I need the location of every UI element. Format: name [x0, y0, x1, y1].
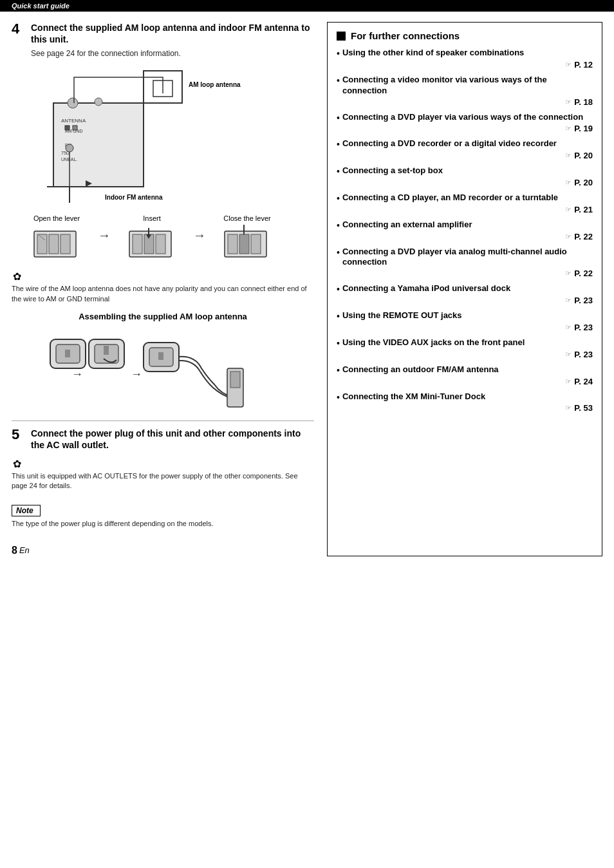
- top-bar-label: Quick start guide: [12, 2, 70, 10]
- list-bullet: •: [337, 220, 340, 231]
- ref-icon: ☞: [565, 232, 572, 241]
- list-bullet: •: [337, 48, 340, 59]
- lever-insert: Insert: [113, 214, 191, 265]
- ref-page-number: P. 20: [574, 178, 593, 187]
- ref-page-number: P. 22: [574, 269, 593, 278]
- svg-text:Indoor FM antenna: Indoor FM antenna: [105, 194, 163, 201]
- list-bullet: •: [337, 338, 340, 349]
- page-ref: ☞P. 22: [337, 269, 593, 278]
- list-item-text: Connecting a Yamaha iPod universal dock: [342, 283, 510, 294]
- svg-point-11: [66, 144, 73, 152]
- page-ref: ☞P. 23: [337, 296, 593, 305]
- tip4-icon: ✿: [13, 270, 314, 283]
- page-ref: ☞P. 20: [337, 178, 593, 187]
- svg-point-2: [95, 98, 102, 106]
- page-number-row: 8 En: [12, 545, 314, 556]
- page-ref: ☞P. 23: [337, 323, 593, 332]
- svg-rect-45: [158, 352, 163, 360]
- page-number: 8: [12, 545, 17, 556]
- step5-title: Connect the power plug of this unit and …: [31, 428, 314, 451]
- antenna-diagram: ANTENNA AM GND FM 75Ω UNBAL.: [12, 64, 314, 206]
- ref-icon: ☞: [565, 61, 572, 69]
- ref-page-number: P. 20: [574, 151, 593, 160]
- list-item-text: Connecting a set-top box: [342, 165, 443, 176]
- svg-rect-32: [239, 234, 249, 254]
- ref-page-number: P. 12: [574, 60, 593, 70]
- tip5-text: This unit is equipped with AC OUTLETS fo…: [12, 471, 314, 491]
- list-item-text: Connecting a DVD player via analog multi…: [342, 247, 593, 269]
- list-item: •Connecting an external amplifier☞P. 22: [337, 220, 593, 245]
- ref-page-number: P. 19: [574, 124, 593, 133]
- page-ref: ☞P. 53: [337, 403, 593, 413]
- page-ref: ☞P. 23: [337, 350, 593, 359]
- ref-icon: ☞: [565, 323, 572, 332]
- list-item: •Using the VIDEO AUX jacks on the front …: [337, 337, 593, 363]
- list-item: •Connecting a DVD player via various way…: [337, 112, 593, 138]
- right-column: For further connections •Using the other…: [327, 22, 602, 556]
- top-bar: Quick start guide: [0, 0, 614, 12]
- list-bullet: •: [337, 392, 340, 403]
- ref-icon: ☞: [565, 404, 572, 412]
- svg-rect-33: [251, 234, 261, 254]
- ref-icon: ☞: [565, 205, 572, 214]
- ref-page-number: P. 24: [574, 377, 593, 386]
- svg-rect-21: [49, 234, 59, 254]
- list-item-text: Connecting an external amplifier: [342, 220, 472, 231]
- lever-open-label: Open the lever: [18, 214, 95, 222]
- svg-rect-25: [133, 234, 142, 254]
- list-bullet: •: [337, 247, 340, 258]
- page-en: En: [19, 545, 30, 555]
- svg-rect-10: [73, 126, 77, 130]
- list-bullet: •: [337, 113, 340, 124]
- ref-page-number: P. 22: [574, 232, 593, 241]
- list-bullet: •: [337, 365, 340, 376]
- page-ref: ☞P. 21: [337, 205, 593, 214]
- list-item-text: Using the VIDEO AUX jacks on the front p…: [342, 337, 525, 348]
- step4-title: Connect the supplied AM loop antenna and…: [31, 22, 314, 45]
- page-ref: ☞P. 24: [337, 377, 593, 386]
- page-ref: ☞P. 12: [337, 60, 593, 70]
- note-text: The type of the power plug is different …: [12, 519, 314, 529]
- lever-insert-label: Insert: [113, 214, 191, 222]
- list-item: •Using the REMOTE OUT jacks☞P. 23: [337, 310, 593, 336]
- ref-icon: ☞: [565, 350, 572, 359]
- list-item-text: Connecting the XM Mini-Tuner Dock: [342, 392, 485, 402]
- further-connections-list: •Using the other kind of speaker combina…: [337, 48, 593, 417]
- svg-text:→: →: [71, 368, 83, 381]
- step4-heading: 4 Connect the supplied AM loop antenna a…: [12, 22, 314, 45]
- heading-square-icon: [337, 32, 346, 41]
- svg-text:→: →: [131, 368, 142, 381]
- list-item: •Connecting a DVD recorder or a digital …: [337, 138, 593, 164]
- ref-icon: ☞: [565, 151, 572, 160]
- svg-text:ANTENNA: ANTENNA: [61, 118, 86, 124]
- page: Quick start guide 4 Connect the supplied…: [0, 0, 614, 868]
- ref-icon: ☞: [565, 178, 572, 187]
- ref-page-number: P. 23: [574, 296, 593, 305]
- svg-rect-22: [60, 234, 70, 254]
- page-ref: ☞P. 22: [337, 232, 593, 241]
- list-item-text: Connecting a video monitor via various w…: [342, 75, 593, 97]
- svg-rect-41: [104, 346, 109, 355]
- list-item-text: Using the other kind of speaker combinat…: [342, 48, 524, 59]
- arrow1: →: [98, 212, 111, 267]
- ref-icon: ☞: [565, 296, 572, 305]
- svg-rect-9: [65, 126, 70, 130]
- lever-open: Open the lever: [18, 214, 95, 265]
- step4-subtitle: See page 24 for the connection informati…: [31, 49, 314, 58]
- step5-section: 5 Connect the power plug of this unit an…: [12, 420, 314, 529]
- ref-icon: ☞: [565, 377, 572, 386]
- lever-close: Close the lever: [209, 214, 286, 265]
- content-area: 4 Connect the supplied AM loop antenna a…: [0, 12, 614, 567]
- assembly-diagram: → →: [12, 326, 314, 410]
- list-item: •Connecting a set-top box☞P. 20: [337, 165, 593, 191]
- svg-rect-27: [156, 234, 165, 254]
- lever-instructions: Open the lever → Insert: [18, 212, 314, 267]
- step5-number: 5: [12, 428, 26, 451]
- step4-number: 4: [12, 22, 26, 45]
- list-item-text: Connecting a DVD player via various ways…: [342, 112, 583, 123]
- list-item-text: Using the REMOTE OUT jacks: [342, 310, 462, 321]
- list-item: •Connecting the XM Mini-Tuner Dock☞P. 53: [337, 392, 593, 417]
- list-item-text: Connecting a DVD recorder or a digital v…: [342, 138, 557, 149]
- left-column: 4 Connect the supplied AM loop antenna a…: [12, 22, 327, 556]
- ref-icon: ☞: [565, 269, 572, 278]
